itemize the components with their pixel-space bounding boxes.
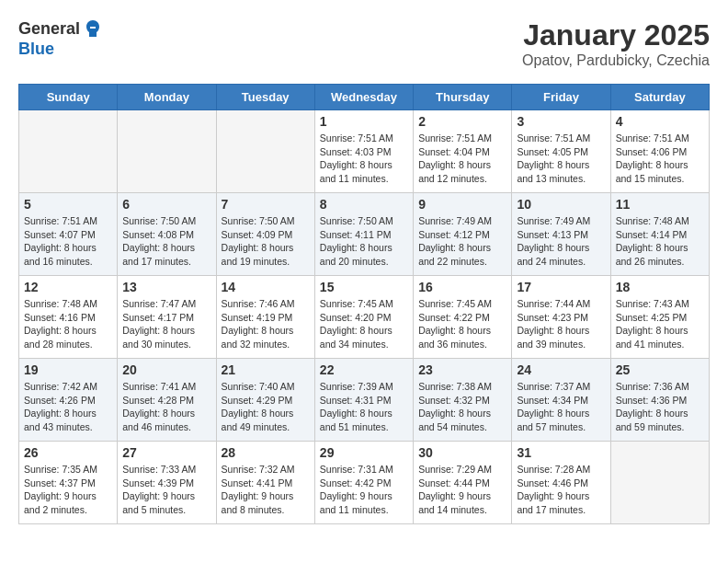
day-number: 15 [320, 280, 408, 294]
table-row: 28Sunrise: 7:32 AM Sunset: 4:41 PM Dayli… [216, 442, 314, 524]
day-number: 31 [517, 445, 605, 460]
table-row [216, 110, 314, 193]
header-wednesday: Wednesday [314, 85, 413, 110]
day-info: Sunrise: 7:36 AM Sunset: 4:36 PM Dayligh… [616, 380, 704, 434]
table-row: 12Sunrise: 7:48 AM Sunset: 4:16 PM Dayli… [19, 276, 118, 359]
day-number: 6 [122, 197, 210, 212]
header-saturday: Saturday [610, 85, 709, 110]
page-header: General Blue January 2025 Opatov, Pardub… [18, 18, 710, 69]
day-info: Sunrise: 7:49 AM Sunset: 4:12 PM Dayligh… [418, 214, 506, 269]
header-tuesday: Tuesday [216, 85, 314, 110]
table-row [610, 442, 709, 524]
table-row: 20Sunrise: 7:41 AM Sunset: 4:28 PM Dayli… [118, 359, 216, 442]
day-info: Sunrise: 7:50 AM Sunset: 4:08 PM Dayligh… [122, 214, 210, 269]
day-info: Sunrise: 7:28 AM Sunset: 4:46 PM Dayligh… [517, 463, 605, 517]
day-number: 10 [517, 197, 605, 212]
day-number: 16 [418, 280, 506, 294]
day-number: 30 [418, 445, 506, 460]
table-row: 13Sunrise: 7:47 AM Sunset: 4:17 PM Dayli… [118, 276, 216, 359]
month-title: January 2025 [522, 18, 710, 52]
day-number: 4 [616, 114, 704, 129]
day-number: 18 [616, 280, 704, 294]
table-row: 3Sunrise: 7:51 AM Sunset: 4:05 PM Daylig… [512, 110, 610, 193]
table-row: 8Sunrise: 7:50 AM Sunset: 4:11 PM Daylig… [314, 193, 413, 276]
day-number: 1 [320, 114, 408, 129]
day-info: Sunrise: 7:42 AM Sunset: 4:26 PM Dayligh… [24, 380, 112, 434]
calendar-week-row: 5Sunrise: 7:51 AM Sunset: 4:07 PM Daylig… [19, 193, 710, 276]
day-info: Sunrise: 7:51 AM Sunset: 4:06 PM Dayligh… [616, 132, 704, 186]
table-row: 2Sunrise: 7:51 AM Sunset: 4:04 PM Daylig… [414, 110, 512, 193]
logo: General Blue [18, 18, 104, 59]
calendar: Sunday Monday Tuesday Wednesday Thursday… [18, 84, 710, 524]
day-number: 29 [320, 445, 408, 460]
day-info: Sunrise: 7:48 AM Sunset: 4:14 PM Dayligh… [616, 214, 704, 269]
day-info: Sunrise: 7:35 AM Sunset: 4:37 PM Dayligh… [24, 463, 112, 517]
calendar-week-row: 1Sunrise: 7:51 AM Sunset: 4:03 PM Daylig… [19, 110, 710, 193]
day-number: 21 [222, 362, 310, 377]
day-number: 24 [517, 362, 605, 377]
day-number: 8 [320, 197, 408, 212]
day-info: Sunrise: 7:51 AM Sunset: 4:07 PM Dayligh… [24, 214, 112, 269]
day-info: Sunrise: 7:43 AM Sunset: 4:25 PM Dayligh… [616, 297, 704, 351]
day-info: Sunrise: 7:51 AM Sunset: 4:03 PM Dayligh… [320, 132, 408, 186]
day-number: 17 [517, 280, 605, 294]
header-thursday: Thursday [414, 85, 512, 110]
table-row: 30Sunrise: 7:29 AM Sunset: 4:44 PM Dayli… [414, 442, 512, 524]
day-number: 7 [222, 197, 310, 212]
day-info: Sunrise: 7:29 AM Sunset: 4:44 PM Dayligh… [418, 463, 506, 517]
day-info: Sunrise: 7:45 AM Sunset: 4:22 PM Dayligh… [418, 297, 506, 351]
table-row: 22Sunrise: 7:39 AM Sunset: 4:31 PM Dayli… [314, 359, 413, 442]
day-number: 28 [222, 445, 310, 460]
day-info: Sunrise: 7:46 AM Sunset: 4:19 PM Dayligh… [222, 297, 310, 351]
day-info: Sunrise: 7:49 AM Sunset: 4:13 PM Dayligh… [517, 214, 605, 269]
calendar-week-row: 12Sunrise: 7:48 AM Sunset: 4:16 PM Dayli… [19, 276, 710, 359]
table-row: 1Sunrise: 7:51 AM Sunset: 4:03 PM Daylig… [314, 110, 413, 193]
day-number: 20 [122, 362, 210, 377]
day-number: 2 [418, 114, 506, 129]
day-info: Sunrise: 7:51 AM Sunset: 4:05 PM Dayligh… [517, 132, 605, 186]
day-number: 22 [320, 362, 408, 377]
logo-icon [82, 18, 104, 40]
day-info: Sunrise: 7:41 AM Sunset: 4:28 PM Dayligh… [122, 380, 210, 434]
day-number: 12 [24, 280, 112, 294]
day-number: 11 [616, 197, 704, 212]
table-row: 16Sunrise: 7:45 AM Sunset: 4:22 PM Dayli… [414, 276, 512, 359]
table-row: 17Sunrise: 7:44 AM Sunset: 4:23 PM Dayli… [512, 276, 610, 359]
day-info: Sunrise: 7:48 AM Sunset: 4:16 PM Dayligh… [24, 297, 112, 351]
day-info: Sunrise: 7:37 AM Sunset: 4:34 PM Dayligh… [517, 380, 605, 434]
table-row: 18Sunrise: 7:43 AM Sunset: 4:25 PM Dayli… [610, 276, 709, 359]
title-block: January 2025 Opatov, Pardubicky, Czechia [522, 18, 710, 69]
calendar-header-row: Sunday Monday Tuesday Wednesday Thursday… [19, 85, 710, 110]
day-number: 25 [616, 362, 704, 377]
table-row [118, 110, 216, 193]
day-info: Sunrise: 7:45 AM Sunset: 4:20 PM Dayligh… [320, 297, 408, 351]
day-number: 9 [418, 197, 506, 212]
day-info: Sunrise: 7:39 AM Sunset: 4:31 PM Dayligh… [320, 380, 408, 434]
table-row: 25Sunrise: 7:36 AM Sunset: 4:36 PM Dayli… [610, 359, 709, 442]
table-row: 10Sunrise: 7:49 AM Sunset: 4:13 PM Dayli… [512, 193, 610, 276]
table-row: 19Sunrise: 7:42 AM Sunset: 4:26 PM Dayli… [19, 359, 118, 442]
day-info: Sunrise: 7:50 AM Sunset: 4:09 PM Dayligh… [222, 214, 310, 269]
day-info: Sunrise: 7:50 AM Sunset: 4:11 PM Dayligh… [320, 214, 408, 269]
day-number: 5 [24, 197, 112, 212]
day-number: 19 [24, 362, 112, 377]
table-row: 21Sunrise: 7:40 AM Sunset: 4:29 PM Dayli… [216, 359, 314, 442]
calendar-week-row: 19Sunrise: 7:42 AM Sunset: 4:26 PM Dayli… [19, 359, 710, 442]
table-row: 7Sunrise: 7:50 AM Sunset: 4:09 PM Daylig… [216, 193, 314, 276]
day-info: Sunrise: 7:32 AM Sunset: 4:41 PM Dayligh… [222, 463, 310, 517]
table-row: 27Sunrise: 7:33 AM Sunset: 4:39 PM Dayli… [118, 442, 216, 524]
header-sunday: Sunday [19, 85, 118, 110]
calendar-week-row: 26Sunrise: 7:35 AM Sunset: 4:37 PM Dayli… [19, 442, 710, 524]
table-row: 6Sunrise: 7:50 AM Sunset: 4:08 PM Daylig… [118, 193, 216, 276]
day-info: Sunrise: 7:47 AM Sunset: 4:17 PM Dayligh… [122, 297, 210, 351]
day-number: 14 [222, 280, 310, 294]
table-row: 23Sunrise: 7:38 AM Sunset: 4:32 PM Dayli… [414, 359, 512, 442]
day-number: 3 [517, 114, 605, 129]
day-info: Sunrise: 7:40 AM Sunset: 4:29 PM Dayligh… [222, 380, 310, 434]
day-number: 23 [418, 362, 506, 377]
table-row: 5Sunrise: 7:51 AM Sunset: 4:07 PM Daylig… [19, 193, 118, 276]
day-info: Sunrise: 7:31 AM Sunset: 4:42 PM Dayligh… [320, 463, 408, 517]
table-row: 15Sunrise: 7:45 AM Sunset: 4:20 PM Dayli… [314, 276, 413, 359]
table-row: 4Sunrise: 7:51 AM Sunset: 4:06 PM Daylig… [610, 110, 709, 193]
day-info: Sunrise: 7:33 AM Sunset: 4:39 PM Dayligh… [122, 463, 210, 517]
